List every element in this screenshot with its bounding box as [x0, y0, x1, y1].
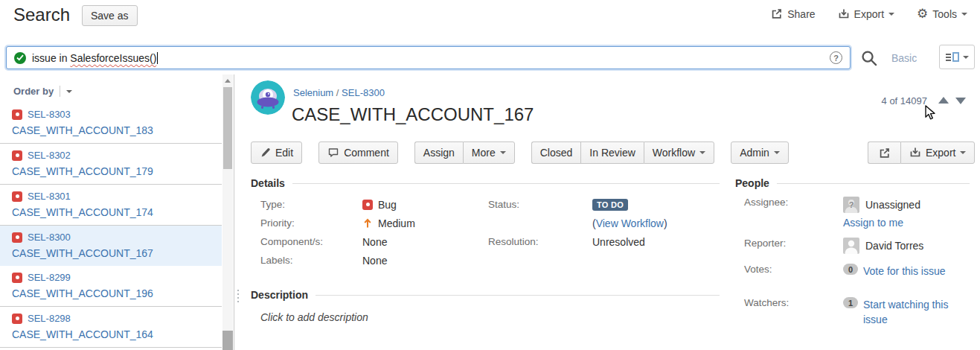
text-cursor	[157, 52, 158, 64]
issue-key-link[interactable]: SEL-8300	[28, 232, 71, 243]
comment-button[interactable]: Comment	[318, 141, 398, 164]
breadcrumb-project-link[interactable]: Selenium	[293, 87, 333, 98]
votes-count-badge: 0	[843, 264, 858, 275]
results-pager: 4 of 14097	[882, 92, 966, 109]
jql-search-input[interactable]: issue in SalesforceIssues() ?	[6, 46, 851, 69]
view-workflow: (View Workflow)	[592, 217, 667, 229]
caret-down-icon	[699, 151, 705, 157]
issue-key-link[interactable]: SEL-8301	[28, 191, 71, 202]
reporter-label: Reporter:	[735, 238, 843, 254]
share-issue-button[interactable]	[868, 141, 900, 164]
previous-issue-button[interactable]	[938, 92, 949, 104]
labels-label: Labels:	[251, 251, 362, 270]
search-icon[interactable]	[859, 48, 879, 68]
layout-switcher-button[interactable]	[939, 45, 975, 69]
description-heading: Description	[251, 289, 720, 301]
priority-medium-icon	[362, 217, 373, 229]
list-item[interactable]: SEL-8301 CASE_WITH_ACCOUNT_174	[0, 185, 222, 226]
assign-to-me-link[interactable]: Assign to me	[843, 217, 903, 229]
list-item[interactable]: SEL-8302 CASE_WITH_ACCOUNT_179	[0, 144, 222, 185]
basic-mode-link[interactable]: Basic	[891, 52, 917, 64]
watch-link[interactable]: Start watching this issue	[863, 297, 962, 327]
divider	[777, 183, 970, 184]
export-label: Export	[854, 8, 884, 20]
svg-text:?: ?	[849, 200, 854, 209]
scroll-up-button[interactable]	[222, 74, 233, 86]
caret-down-icon	[963, 56, 969, 62]
pager-position: 4 of 14097	[882, 95, 927, 106]
view-workflow-link[interactable]: View Workflow	[596, 217, 664, 229]
bug-icon	[12, 273, 22, 283]
issue-key-link[interactable]: SEL-8299	[28, 272, 71, 283]
project-avatar[interactable]	[251, 80, 285, 115]
issue-key-link[interactable]: SEL-8298	[28, 313, 71, 324]
list-item[interactable]: SEL-8303 CASE_WITH_ACCOUNT_183	[0, 103, 222, 144]
tools-menu[interactable]: ⚙ Tools	[917, 7, 967, 20]
scroll-down-button[interactable]	[222, 331, 233, 350]
in-review-transition-button[interactable]: In Review	[580, 141, 643, 164]
order-by-label: Order by	[13, 86, 54, 97]
type-label: Type:	[251, 195, 362, 214]
unassigned-avatar: ?	[843, 197, 859, 213]
list-item[interactable]: SEL-8298 CASE_WITH_ACCOUNT_164	[0, 307, 222, 348]
caret-down-icon	[500, 151, 506, 157]
caret-down-icon	[961, 13, 967, 19]
issue-summary-link[interactable]: CASE_WITH_ACCOUNT_196	[12, 287, 214, 299]
list-item[interactable]: SEL-8299 CASE_WITH_ACCOUNT_196	[0, 266, 222, 307]
breadcrumb-separator: /	[336, 87, 339, 98]
caret-down-icon	[960, 151, 966, 157]
divider	[292, 183, 720, 184]
issue-summary-link[interactable]: CASE_WITH_ACCOUNT_164	[12, 328, 214, 340]
assignee-label: Assignee:	[735, 197, 843, 229]
share-label: Share	[787, 8, 815, 20]
export-issue-button[interactable]: Export	[900, 141, 975, 164]
tools-label: Tools	[932, 8, 957, 20]
sidebar-scrollbar[interactable]	[222, 74, 233, 350]
edit-button[interactable]: Edit	[251, 141, 302, 164]
order-by-dropdown[interactable]: Order by	[13, 86, 72, 97]
issue-summary-link[interactable]: CASE_WITH_ACCOUNT_179	[12, 165, 214, 177]
closed-transition-button[interactable]: Closed	[531, 141, 581, 164]
scrollbar-thumb[interactable]	[223, 87, 232, 169]
syntax-help-icon[interactable]: ?	[830, 51, 842, 64]
panel-resize-grip[interactable]	[237, 290, 239, 302]
workflow-button-group: Closed In Review Workflow	[531, 141, 714, 164]
bug-icon	[12, 109, 22, 120]
gear-icon: ⚙	[917, 7, 928, 20]
jira-issue-navigator: Search Save as Share Export ⚙ Tools	[0, 0, 980, 350]
assign-button-group: Assign More	[414, 141, 515, 164]
assign-button[interactable]: Assign	[414, 141, 463, 164]
details-heading: Details	[251, 177, 720, 189]
more-button[interactable]: More	[463, 141, 515, 164]
watchers-label: Watchers:	[735, 297, 843, 327]
save-as-button[interactable]: Save as	[82, 5, 138, 26]
description-placeholder[interactable]: Click to add description	[260, 311, 720, 323]
issue-key-link[interactable]: SEL-8303	[28, 109, 71, 120]
type-value: Bug	[378, 199, 397, 211]
next-issue-button[interactable]	[955, 98, 966, 109]
admin-button[interactable]: Admin	[731, 141, 789, 164]
issue-summary-link[interactable]: CASE_WITH_ACCOUNT_174	[12, 206, 214, 218]
priority-value: Medium	[378, 217, 415, 229]
bug-icon	[12, 191, 22, 202]
issue-key-link[interactable]: SEL-8302	[28, 150, 71, 161]
bug-icon	[12, 232, 22, 243]
breadcrumb-issue-link[interactable]: SEL-8300	[342, 87, 385, 98]
components-label: Component/s:	[251, 232, 362, 251]
share-menu[interactable]: Share	[770, 7, 815, 20]
issue-summary-link[interactable]: CASE_WITH_ACCOUNT_167	[12, 247, 214, 259]
issue-title: CASE_WITH_ACCOUNT_167	[292, 104, 534, 125]
caret-down-icon	[774, 151, 780, 157]
split-view-icon	[946, 52, 959, 62]
components-value: None	[362, 232, 478, 251]
export-menu[interactable]: Export	[838, 8, 894, 20]
list-item-selected[interactable]: SEL-8300 CASE_WITH_ACCOUNT_167	[0, 226, 222, 266]
issue-summary-link[interactable]: CASE_WITH_ACCOUNT_183	[12, 124, 214, 136]
workflow-button[interactable]: Workflow	[644, 141, 714, 164]
labels-value: None	[362, 251, 478, 270]
people-section: People Assignee: ? Unassigned Assign to …	[735, 177, 970, 327]
issue-list: SEL-8303 CASE_WITH_ACCOUNT_183 SEL-8302 …	[0, 103, 222, 348]
share-icon	[770, 7, 783, 20]
vote-link[interactable]: Vote for this issue	[863, 264, 946, 279]
priority-label: Priority:	[251, 214, 362, 232]
